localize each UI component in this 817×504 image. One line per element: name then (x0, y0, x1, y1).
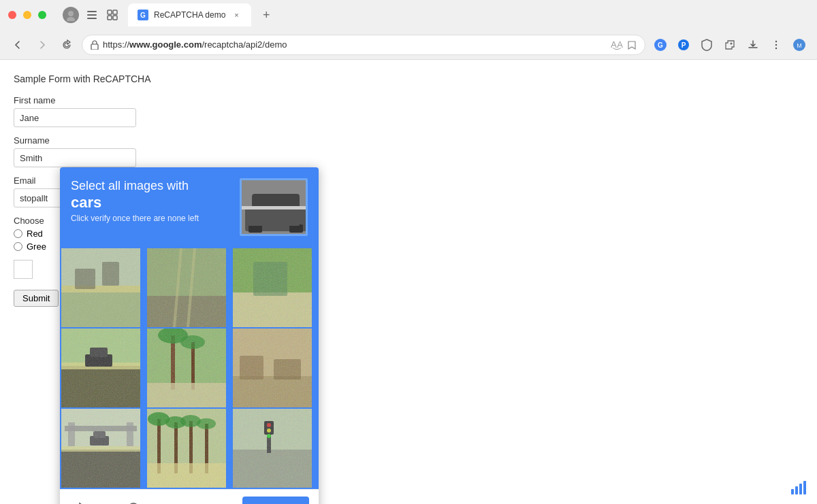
address-bar[interactable]: https://www.google.com/recaptcha/api2/de… (82, 35, 645, 55)
svg-rect-61 (233, 329, 312, 407)
grid-cell-9[interactable] (233, 409, 312, 488)
lock-icon (91, 39, 99, 50)
captcha-image-grid (60, 247, 319, 489)
close-window-button[interactable] (8, 11, 16, 19)
svg-rect-8 (113, 16, 117, 20)
svg-rect-92 (791, 489, 794, 494)
svg-rect-25 (255, 218, 266, 223)
svg-point-0 (68, 11, 74, 16)
surname-input[interactable] (14, 148, 136, 167)
extension-icon-p[interactable]: P (674, 35, 693, 54)
audio-icon[interactable] (97, 499, 116, 504)
radio-green-label: Gree (27, 241, 46, 252)
svg-rect-5 (108, 10, 112, 14)
svg-rect-93 (795, 486, 798, 494)
surname-group: Surname (14, 135, 218, 167)
surname-label: Surname (14, 135, 218, 146)
tab-overview-icon[interactable] (105, 7, 120, 22)
title-bar: G ReCAPTCHA demo × + (0, 0, 817, 30)
radio-green-input[interactable] (14, 242, 22, 251)
radio-red-input[interactable] (14, 229, 22, 238)
profile-icon[interactable]: M (790, 35, 809, 54)
svg-text:M: M (797, 42, 802, 49)
help-icon[interactable]: i (124, 499, 143, 504)
header-preview-image[interactable] (240, 178, 308, 236)
grid-cell-3[interactable] (233, 248, 312, 327)
browser-toolbar: https://www.google.com/recaptcha/api2/de… (0, 30, 817, 60)
grid-cell-7[interactable] (61, 409, 140, 488)
keyword-text: cars (71, 194, 231, 212)
more-options-button[interactable] (767, 35, 786, 54)
tab-title: ReCAPTCHA demo (154, 10, 225, 20)
svg-rect-43 (233, 248, 312, 327)
svg-rect-6 (113, 10, 117, 14)
grid-cell-1[interactable] (61, 248, 140, 327)
svg-point-14 (731, 42, 733, 44)
google-account-icon[interactable]: G (651, 35, 670, 54)
svg-text:G: G (658, 41, 663, 49)
download-icon[interactable] (743, 35, 763, 54)
analytics-icon (790, 479, 806, 496)
grid-cell-5[interactable] (147, 329, 226, 407)
new-tab-button[interactable]: + (257, 5, 276, 24)
svg-rect-49 (61, 329, 140, 407)
svg-rect-3 (87, 14, 97, 16)
svg-rect-39 (147, 248, 226, 327)
toolbar-icons: G P M (651, 35, 809, 54)
recaptcha-header: Select all images with cars Click verify… (60, 167, 319, 247)
svg-rect-23 (249, 224, 262, 233)
extension-puzzle-icon[interactable] (720, 35, 739, 54)
svg-text:P: P (682, 41, 686, 49)
svg-point-17 (775, 47, 777, 48)
firstname-group: First name (14, 95, 218, 127)
refresh-icon[interactable] (69, 499, 89, 504)
radio-red-label: Red (27, 229, 43, 239)
page-content: Sample Form with ReCAPTCHA First name Su… (0, 60, 817, 504)
minimize-window-button[interactable] (23, 11, 31, 19)
svg-rect-22 (252, 194, 300, 214)
submit-button[interactable]: Submit (14, 290, 59, 307)
recaptcha-footer: i VERIFY (60, 489, 319, 504)
firstname-label: First name (14, 95, 218, 105)
svg-point-1 (67, 17, 75, 21)
forward-button[interactable] (33, 35, 52, 54)
svg-rect-26 (286, 218, 296, 223)
svg-rect-34 (61, 248, 140, 327)
svg-rect-94 (799, 484, 802, 494)
svg-rect-95 (803, 481, 806, 494)
tune-icon: A͜A (611, 39, 623, 50)
tab-close-button[interactable]: × (231, 10, 242, 20)
url-text: https://www.google.com/recaptcha/api2/de… (103, 39, 287, 50)
svg-rect-7 (108, 16, 112, 20)
sub-instruction-text: Click verify once there are none left (71, 214, 199, 223)
svg-rect-56 (147, 329, 226, 407)
svg-point-15 (775, 40, 777, 41)
svg-rect-28 (242, 206, 308, 209)
grid-cell-6[interactable] (233, 329, 312, 407)
recaptcha-checkbox[interactable] (14, 260, 33, 279)
reload-button[interactable] (57, 35, 76, 54)
svg-rect-27 (268, 219, 284, 223)
extension-shield-icon[interactable] (697, 35, 716, 54)
maximize-window-button[interactable] (38, 11, 46, 19)
window-controls (8, 11, 46, 19)
verify-button[interactable]: VERIFY (242, 497, 309, 504)
grid-cell-8[interactable] (147, 409, 226, 488)
user-avatar[interactable] (63, 7, 79, 23)
back-button[interactable] (8, 35, 27, 54)
grid-cell-2[interactable] (147, 248, 226, 327)
sidebar-icon[interactable] (84, 7, 99, 22)
svg-point-16 (775, 44, 777, 45)
svg-rect-81 (147, 409, 226, 488)
tab-area-icons (84, 7, 120, 22)
recaptcha-widget: Select all images with cars Click verify… (60, 167, 319, 504)
svg-rect-24 (289, 224, 303, 233)
firstname-input[interactable] (14, 108, 136, 127)
footer-icon-group: i (69, 499, 234, 504)
svg-rect-2 (87, 11, 97, 12)
svg-rect-9 (91, 44, 98, 50)
active-tab[interactable]: G ReCAPTCHA demo × (128, 3, 251, 27)
grid-cell-4[interactable] (61, 329, 140, 407)
svg-rect-4 (87, 18, 97, 19)
bookmark-icon[interactable] (627, 39, 637, 50)
